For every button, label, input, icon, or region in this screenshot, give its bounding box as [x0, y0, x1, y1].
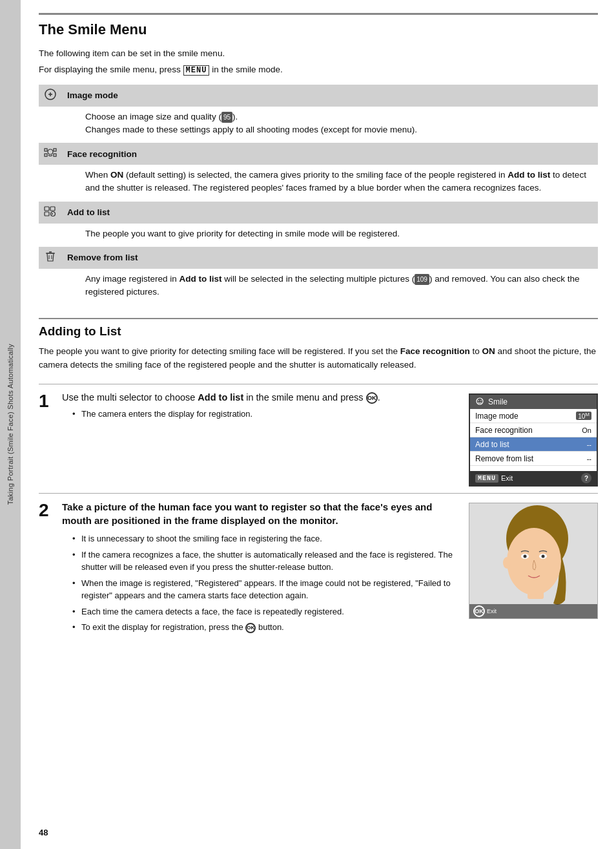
sidebar-label: Taking Portrait (Smile Face) Shots Autom… — [6, 344, 14, 505]
camera-menu-row-image-mode: Image mode 10M — [470, 409, 597, 423]
svg-point-5 — [48, 149, 53, 154]
section-heading-adding: Adding to List — [39, 318, 598, 339]
step-2: 2 Take a picture of the human face you w… — [39, 493, 598, 644]
face-illustration — [469, 503, 598, 619]
ok-button-icon: OK — [473, 605, 485, 617]
menu-button-label: MENU — [475, 474, 498, 483]
table-row-remove-from-list-header: Remove from list — [39, 247, 598, 269]
table-row-face-recognition-header: Face recognition — [39, 143, 598, 165]
camera-menu-row-add-to-list: Add to list -- — [470, 437, 597, 452]
remove-from-list-label: Remove from list — [62, 247, 598, 269]
svg-point-16 — [507, 528, 561, 595]
svg-point-11 — [478, 400, 479, 401]
step-1-content: Use the multi selector to choose Add to … — [62, 391, 461, 424]
intro-line1: The following item can be set in the smi… — [39, 47, 598, 60]
add-to-list-label: Add to list — [62, 202, 598, 224]
menu-keyword: MENU — [183, 65, 210, 76]
face-recognition-label: Face recognition — [62, 143, 598, 165]
table-row-face-recognition-content: When ON (default setting) is selected, t… — [39, 165, 598, 202]
menu-table: Image mode Choose an image size and qual… — [39, 85, 598, 306]
svg-rect-3 — [45, 154, 47, 156]
face-recognition-icon — [39, 143, 62, 165]
camera-menu-row-remove-from-list: Remove from list -- — [470, 452, 597, 466]
step-2-number: 2 — [39, 500, 54, 519]
image-mode-label: Image mode — [62, 85, 598, 107]
svg-point-21 — [503, 557, 511, 569]
step-2-bullet-1: It is unnecessary to shoot the smiling f… — [72, 532, 461, 545]
step-2-face-photo: OK Exit — [469, 500, 598, 619]
camera-menu-title-label: Smile — [488, 397, 508, 406]
help-icon: ? — [581, 473, 591, 483]
table-row-add-to-list-header: Add to list — [39, 202, 598, 224]
step-1-number: 1 — [39, 391, 54, 410]
main-content: The Smile Menu The following item can be… — [21, 0, 616, 849]
svg-rect-4 — [54, 154, 56, 156]
add-to-list-icon — [39, 202, 62, 224]
table-row-image-mode-header: Image mode — [39, 85, 598, 107]
steps-area: 1 Use the multi selector to choose Add t… — [39, 384, 598, 644]
footer-exit-label: Exit — [501, 474, 513, 482]
step-2-bullet-3: When the image is registered, "Registere… — [72, 577, 461, 602]
camera-menu-footer: MENU Exit ? — [470, 471, 597, 485]
remove-from-list-icon — [39, 247, 62, 269]
svg-rect-2 — [54, 149, 56, 151]
page-title: The Smile Menu — [39, 13, 598, 38]
step-2-bullet-2: If the camera recognizes a face, the shu… — [72, 549, 461, 574]
camera-menu-row-face-recognition: Face recognition On — [470, 423, 597, 437]
face-recognition-content: When ON (default setting) is selected, t… — [62, 165, 598, 202]
intro-line2-prefix: For displaying the smile menu, press — [39, 65, 183, 74]
svg-rect-6 — [45, 207, 49, 211]
remove-from-list-content: Any image registered in Add to list will… — [62, 269, 598, 306]
intro-line2: For displaying the smile menu, press MEN… — [39, 63, 598, 76]
add-to-list-content: The people you want to give priority for… — [62, 224, 598, 247]
step-1-bullets: The camera enters the display for regist… — [72, 408, 461, 421]
camera-menu-widget: Smile Image mode 10M Face recognition On… — [469, 393, 598, 487]
table-row-add-to-list-content: The people you want to give priority for… — [39, 224, 598, 247]
svg-point-18 — [524, 555, 527, 558]
svg-rect-7 — [50, 207, 55, 211]
intro-line2-suffix: in the smile mode. — [212, 65, 283, 74]
step-2-content: Take a picture of the human face you wan… — [62, 500, 461, 637]
step-1-bullet-1: The camera enters the display for regist… — [72, 408, 461, 421]
table-row-remove-from-list-content: Any image registered in Add to list will… — [39, 269, 598, 306]
camera-menu-spacer — [470, 466, 597, 471]
step-2-bullet-5: To exit the display for registration, pr… — [72, 621, 461, 634]
svg-rect-8 — [45, 212, 49, 216]
camera-menu-title: Smile — [470, 395, 597, 409]
sidebar: Taking Portrait (Smile Face) Shots Autom… — [0, 0, 21, 849]
svg-point-20 — [542, 555, 545, 558]
image-mode-value: 10M — [576, 412, 591, 420]
step-2-bullets: It is unnecessary to shoot the smiling f… — [72, 532, 461, 634]
face-photo-footer-label: Exit — [487, 608, 497, 614]
page-container: Taking Portrait (Smile Face) Shots Autom… — [0, 0, 616, 849]
step-1-camera-menu: Smile Image mode 10M Face recognition On… — [469, 391, 598, 487]
svg-rect-1 — [45, 149, 47, 151]
image-mode-icon — [39, 85, 62, 107]
face-photo-widget: OK Exit — [469, 503, 598, 619]
step-2-title: Take a picture of the human face you wan… — [62, 500, 461, 527]
face-photo-footer: OK Exit — [469, 604, 597, 618]
section-intro: The people you want to give priority for… — [39, 345, 598, 372]
page-number: 48 — [39, 828, 48, 837]
step-2-bullet-4: Each time the camera detects a face, the… — [72, 605, 461, 618]
step-1: 1 Use the multi selector to choose Add t… — [39, 384, 598, 493]
smile-icon — [475, 397, 484, 407]
image-mode-content: Choose an image size and quality (95). C… — [62, 107, 598, 143]
svg-point-12 — [480, 400, 482, 401]
table-row-image-mode-content: Choose an image size and quality (95). C… — [39, 107, 598, 143]
step-1-title: Use the multi selector to choose Add to … — [62, 391, 461, 404]
